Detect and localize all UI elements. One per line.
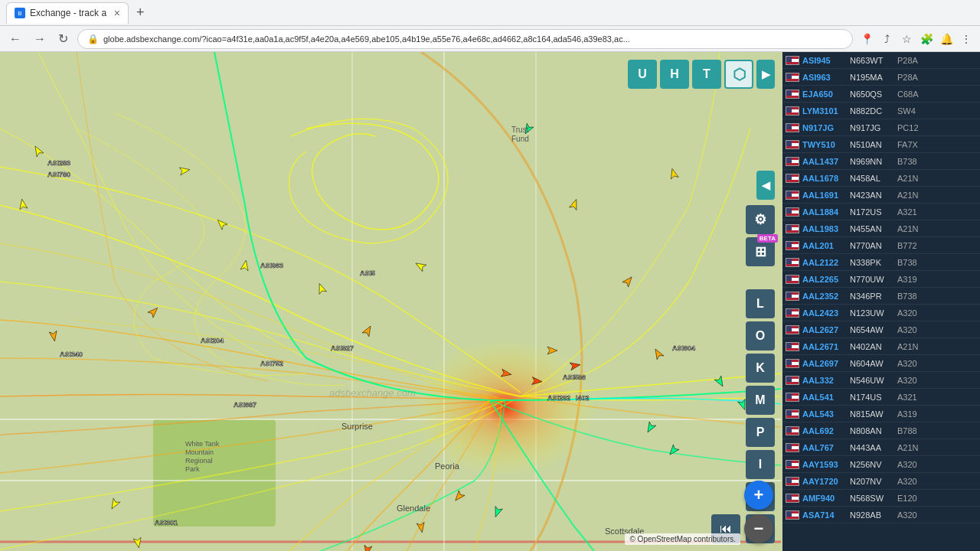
btn-I[interactable]: I [746,450,775,479]
sidebar-flight-row[interactable]: AAL2122N338PKB738 [782,254,980,271]
svg-text:White Tank: White Tank [185,440,220,448]
btn-M[interactable]: M [746,386,775,415]
flight-registration: N568SW [850,494,894,503]
sidebar-flight-row[interactable]: AAL692N808ANB788 [782,422,980,439]
sidebar-flight-row[interactable]: N917JGN917JGPC12 [782,119,980,136]
bookmark-icon[interactable]: ☆ [899,31,914,47]
menu-icon[interactable]: ⋮ [959,31,974,47]
tab-close-button[interactable]: × [114,7,120,19]
flag-icon [786,477,799,486]
sidebar-flight-row[interactable]: AAL2697N604AWA320 [782,355,980,372]
sidebar-flight-row[interactable]: AAL2265N770UWA319 [782,271,980,288]
flag-icon [786,224,799,233]
sidebar-flight-row[interactable]: AAL1884N172USA321 [782,204,980,220]
flight-callsign: AAL1983 [802,224,847,233]
aircraft-type: B772 [897,241,917,250]
svg-text:Peoria: Peoria [435,461,460,471]
sidebar-flight-row[interactable]: AAL1678N458ALA21N [782,170,980,187]
zoom-in-button[interactable]: + [744,481,773,510]
flight-registration: N402AN [850,342,894,351]
sidebar-flight-row[interactable]: AAL1437N969NNB738 [782,153,980,170]
aircraft-type: PC12 [897,123,919,132]
flight-callsign: AAY1593 [802,460,847,469]
sidebar-flight-row[interactable]: AMF940N568SWE120 [782,490,980,507]
new-tab-button[interactable]: + [132,3,149,22]
sidebar-flight-row[interactable]: AAL2627N654AWA320 [782,321,980,338]
flag-icon [786,90,799,99]
sidebar-flight-row[interactable]: ASA714N928ABA320 [782,507,980,523]
flight-registration: N174US [850,393,894,402]
flight-callsign: TWY510 [802,140,847,149]
btn-P[interactable]: P [746,418,775,447]
address-input[interactable]: 🔒 globe.adsbexchange.com/?icao=a4f31e,aa… [77,29,853,49]
sidebar-flight-row[interactable]: AAL1983N455ANA21N [782,220,980,237]
flight-callsign: ASA714 [802,510,847,520]
btn-O[interactable]: O [746,321,775,350]
btn-H[interactable]: H [660,60,689,89]
notifications-icon[interactable]: 🔔 [939,31,954,47]
svg-text:Fund: Fund [511,135,529,143]
sidebar-flight-row[interactable]: AAL543N815AWA319 [782,406,980,422]
browser-icons: 📍 ⤴ ☆ 🧩 🔔 ⋮ [859,31,974,47]
flight-callsign: AAL1884 [802,207,847,217]
flight-callsign: AAL1678 [802,174,847,183]
share-icon[interactable]: ⤴ [879,31,894,47]
flag-icon [786,494,799,503]
map-area[interactable]: ASI283 ASI780 ASI963 ASI5 ASI204 ASI752 … [0,52,782,551]
sidebar-flight-row[interactable]: AAL332N546UWA320 [782,372,980,389]
btn-T[interactable]: T [692,60,721,89]
btn-arrow-left[interactable]: ◀ [756,171,775,200]
flight-callsign: AAL767 [802,443,847,452]
extensions-icon[interactable]: 🧩 [919,31,934,47]
reload-button[interactable]: ↻ [55,30,71,47]
svg-text:ASI604: ASI604 [672,344,695,352]
sidebar-flight-row[interactable]: AAL2352N346PRB738 [782,288,980,305]
btn-L[interactable]: L [746,289,775,318]
sidebar-flight-row[interactable]: AAL201N770ANB772 [782,237,980,254]
sidebar-flight-row[interactable]: AAL2671N402ANA21N [782,338,980,355]
btn-K[interactable]: K [746,354,775,383]
sidebar-flight-row[interactable]: AAY1593N256NVA320 [782,456,980,473]
flight-registration: N443AA [850,443,894,452]
flight-callsign: AAL2423 [802,308,847,318]
map-controls-mid: ⚙ ⊞ BETA [746,205,775,266]
back-button[interactable]: ← [6,31,24,47]
lock-icon: 🔒 [87,34,99,44]
flight-registration: N969NN [850,157,894,166]
sidebar-flight-row[interactable]: AAL1691N423ANA21N [782,187,980,204]
btn-layers[interactable]: ⬡ [724,60,753,89]
sidebar-flight-row[interactable]: AAL2423N123UWA320 [782,305,980,321]
sidebar-flight-row[interactable]: AAY1720N207NVA320 [782,473,980,490]
sidebar-flight-row[interactable]: AAL767N443AAA21N [782,439,980,456]
aircraft-type: A319 [897,275,917,284]
sidebar-flight-row[interactable]: AAL541N174USA321 [782,389,980,406]
sidebar-flight-row[interactable]: ASI963N195MAP28A [782,69,980,86]
tab-favicon: B [15,8,25,18]
sidebar-flight-row[interactable]: ASI945N663WTP28A [782,52,980,69]
forward-button[interactable]: → [31,31,49,47]
flag-icon [786,292,799,301]
flight-callsign: AAL541 [802,393,847,402]
svg-text:ASI752: ASI752 [260,360,283,367]
flag-icon [786,325,799,334]
settings-button[interactable]: ⚙ [746,205,775,234]
zoom-out-button[interactable]: − [744,514,773,543]
sidebar-flight-row[interactable]: TWY510N510ANFA7X [782,136,980,153]
aircraft-type: B738 [897,292,917,301]
flight-registration: N195MA [850,73,894,82]
aircraft-type: C68A [897,90,919,99]
btn-U[interactable]: U [628,60,657,89]
aircraft-type: B788 [897,426,917,435]
flight-registration: N458AL [850,174,894,183]
svg-text:ASI204: ASI204 [201,337,224,344]
sidebar-flight-row[interactable]: EJA650N650QSC68A [782,86,980,103]
aircraft-type: E120 [897,494,917,503]
svg-rect-1 [153,419,276,527]
location-icon[interactable]: 📍 [859,31,874,47]
flight-callsign: AAL2265 [802,275,847,284]
active-tab[interactable]: B Exchange - track a × [6,2,129,24]
flag-icon [786,426,799,435]
sidebar-flight-row[interactable]: LYM3101N882DCSW4 [782,103,980,119]
flight-callsign: AAL692 [802,426,847,435]
btn-arrow-right[interactable]: ▶ [756,60,775,89]
